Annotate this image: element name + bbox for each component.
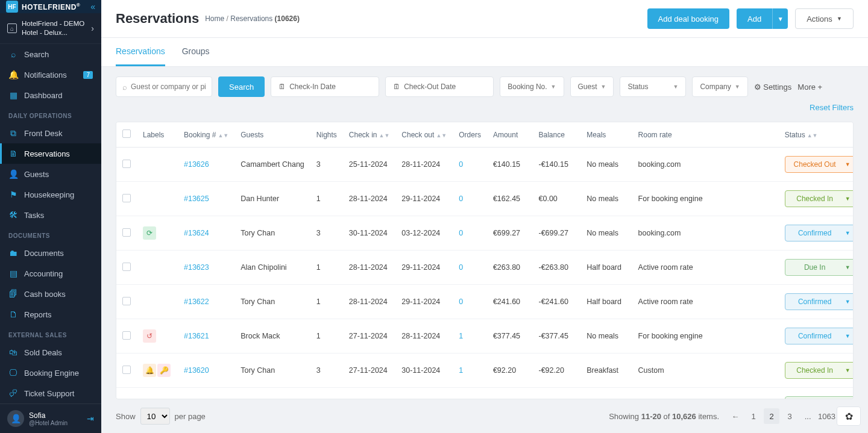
add-dropdown-caret[interactable]: ▼ — [772, 8, 788, 29]
page-2[interactable]: 2 — [764, 408, 779, 424]
orders-link[interactable]: 0 — [459, 195, 463, 203]
col-checkout[interactable]: Check out▲▼ — [395, 122, 453, 148]
status-badge[interactable]: Due In▼ — [785, 259, 854, 276]
cell-rate: For booking engine — [632, 319, 779, 354]
filter-booking-no[interactable]: Booking No.▼ — [500, 76, 564, 97]
nav-accounting[interactable]: ▤Accounting — [0, 263, 101, 284]
nav-cash-books[interactable]: 🗐Cash books — [0, 284, 101, 304]
crumb-home[interactable]: Home — [205, 14, 224, 23]
pink-key-icon: 🔑 — [157, 364, 171, 377]
nav-documents[interactable]: 🖿Documents — [0, 243, 101, 263]
row-checkbox[interactable] — [122, 160, 131, 168]
booking-link[interactable]: #13622 — [184, 297, 209, 306]
nav-notifications[interactable]: 🔔Notifications7 — [0, 64, 101, 85]
status-badge[interactable]: Checked In▼ — [785, 190, 854, 207]
cell-checkout: 29-11-2024 — [395, 285, 453, 319]
actions-button[interactable]: Actions ▼ — [795, 8, 854, 29]
col-checkin[interactable]: Check in▲▼ — [343, 122, 396, 148]
collapse-sidebar-icon[interactable]: « — [90, 2, 95, 11]
nav-reservations[interactable]: 🗎Reservations — [0, 143, 101, 164]
booking-link[interactable]: #13623 — [184, 263, 209, 272]
table-row: #13623Alan Chipolini128-11-202429-11-202… — [116, 251, 854, 285]
filter-checkout[interactable]: 🗓Check-Out Date — [385, 76, 494, 97]
chevron-down-icon: ▼ — [845, 333, 851, 339]
booking-link[interactable]: #13626 — [184, 160, 209, 169]
status-badge[interactable]: Confirmed▼ — [785, 328, 854, 344]
page-size-select[interactable]: 10 — [140, 408, 170, 425]
brand-name: HOTELFRIEND® — [22, 2, 80, 11]
nav-housekeeping[interactable]: ⚑Housekeeping — [0, 184, 101, 205]
orders-link[interactable]: 0 — [459, 263, 463, 272]
nav-reports[interactable]: 🗋Reports — [0, 304, 101, 325]
nav-sold-deals[interactable]: 🛍Sold Deals — [0, 342, 101, 363]
row-checkbox[interactable] — [122, 194, 131, 202]
col-booking[interactable]: Booking #▲▼ — [178, 122, 234, 148]
guest-icon: 👤 — [8, 169, 18, 179]
orders-link[interactable]: 0 — [459, 229, 463, 237]
reset-filters[interactable]: Reset Filters — [810, 103, 854, 112]
cell-rate: booking.com — [632, 148, 779, 182]
chevron-down-icon: ▼ — [845, 367, 851, 373]
search-button[interactable]: Search — [218, 76, 265, 97]
tab-reservations[interactable]: Reservations — [116, 38, 165, 66]
filter-settings[interactable]: ⚙ Settings — [754, 83, 792, 92]
filter-more[interactable]: More + — [797, 83, 822, 92]
cell-guest: Tory Chan — [234, 216, 310, 251]
user-row[interactable]: 👤 Sofia@Hotel Admin ⇥ — [0, 403, 101, 433]
status-badge[interactable]: Confirmed▼ — [785, 293, 854, 310]
add-deal-booking-button[interactable]: Add deal booking — [647, 8, 729, 29]
orders-link[interactable]: 0 — [459, 160, 463, 169]
nav-booking-engine[interactable]: 🖵Booking Engine — [0, 363, 101, 383]
add-button[interactable]: Add — [737, 8, 772, 29]
select-all-checkbox[interactable] — [122, 129, 131, 138]
booking-link[interactable]: #13621 — [184, 332, 209, 340]
cell-checkin: 28-11-2024 — [343, 251, 396, 285]
cell-amount: €699.27 — [487, 216, 533, 251]
hotel-selector[interactable]: ⌂ HotelFriend - DEMOHotel - Delux... › — [0, 13, 101, 44]
search-input[interactable] — [131, 83, 206, 91]
crumb-page[interactable]: Reservations — [230, 14, 272, 23]
status-badge[interactable]: Confirmed▼ — [785, 225, 854, 241]
row-checkbox[interactable] — [122, 297, 131, 305]
status-badge[interactable]: Checked Out▼ — [785, 156, 854, 173]
row-checkbox[interactable] — [122, 366, 131, 374]
filter-checkin[interactable]: 🗓Check-In Date — [271, 76, 379, 97]
cell-balance: -€1,594.00 — [533, 388, 581, 400]
cell-checkout: 28-11-2024 — [395, 148, 453, 182]
logout-icon[interactable]: ⇥ — [87, 414, 94, 423]
filter-status[interactable]: Status▼ — [620, 76, 686, 97]
row-checkbox[interactable] — [122, 331, 131, 340]
reservations-table: Labels Booking #▲▼ Guests Nights Check i… — [116, 122, 854, 399]
page-prev[interactable]: ← — [728, 408, 743, 424]
row-checkbox[interactable] — [122, 228, 131, 237]
calendar-icon: 🗓 — [278, 83, 286, 91]
col-status[interactable]: Status▲▼ — [779, 122, 854, 148]
orders-link[interactable]: 0 — [459, 297, 463, 306]
booking-link[interactable]: #13625 — [184, 195, 209, 203]
status-badge[interactable]: Checked In▼ — [785, 362, 854, 379]
booking-link[interactable]: #13624 — [184, 229, 209, 237]
nav-search[interactable]: ⌕Search — [0, 44, 101, 64]
tab-groups[interactable]: Groups — [182, 38, 210, 66]
nav-tasks[interactable]: 🛠Tasks — [0, 205, 101, 225]
nav-dashboard[interactable]: ▦Dashboard — [0, 85, 101, 105]
filter-company[interactable]: Company▼ — [692, 76, 747, 97]
nav-front-desk[interactable]: ⧉Front Desk — [0, 123, 101, 143]
orders-link[interactable]: 1 — [459, 332, 463, 340]
chevron-down-icon: ▼ — [845, 196, 851, 202]
page-last[interactable]: 1063 — [818, 408, 835, 424]
help-widget[interactable]: ✿ — [837, 407, 861, 426]
nav-guests[interactable]: 👤Guests — [0, 164, 101, 184]
page-3[interactable]: 3 — [782, 408, 797, 424]
booking-link[interactable]: #13620 — [184, 366, 209, 375]
cell-labels — [137, 388, 178, 400]
cell-guest: Tory Chan — [234, 285, 310, 319]
search-box[interactable]: ⌕ — [116, 76, 212, 97]
cell-rate: Standard demo rate without prepayment — [632, 388, 779, 400]
row-checkbox[interactable] — [122, 263, 131, 271]
filter-guest[interactable]: Guest▼ — [570, 76, 614, 97]
nav-ticket-support[interactable]: 🗪Ticket Support — [0, 383, 101, 403]
orders-link[interactable]: 1 — [459, 366, 463, 375]
cell-balance: -€92.20 — [533, 354, 581, 388]
page-1[interactable]: 1 — [746, 408, 761, 424]
